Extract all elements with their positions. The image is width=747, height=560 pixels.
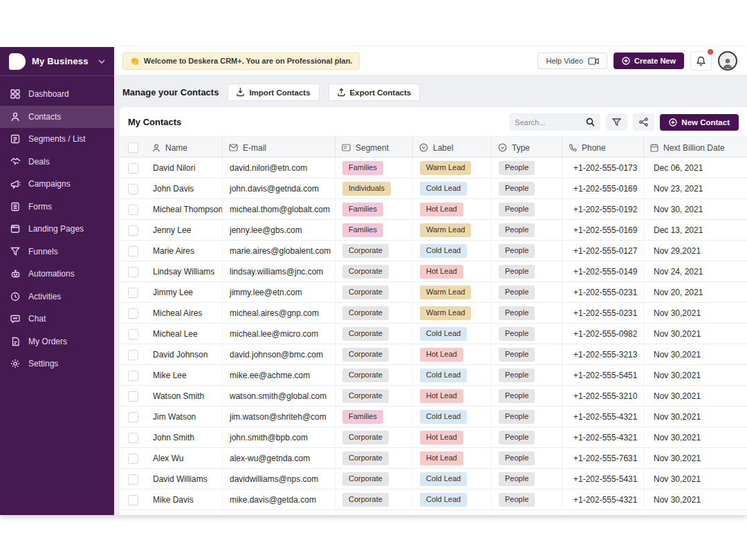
table-row[interactable]: John Davis john.davis@getnda.com Individ… <box>120 178 747 199</box>
label-badge: Hot Lead <box>420 348 463 361</box>
table-row[interactable]: John Smith john.smith@bpb.com Corporate … <box>120 427 747 448</box>
sidebar-item-contacts[interactable]: Contacts <box>0 106 114 129</box>
row-checkbox[interactable] <box>128 246 138 256</box>
contact-type-cell: People <box>491 220 562 241</box>
column-header-segment[interactable]: Segment <box>335 137 412 158</box>
contact-email: lindsay.williams@jnc.com <box>222 261 335 282</box>
contact-phone: +1-202-555-5431 <box>562 469 643 489</box>
table-row[interactable]: Marie Aires marie.aires@globalent.com Co… <box>120 241 747 261</box>
sidebar-item-funnels[interactable]: Funnels <box>0 241 114 263</box>
row-checkbox[interactable] <box>128 288 138 298</box>
row-checkbox[interactable] <box>128 308 138 319</box>
row-checkbox[interactable] <box>128 267 138 277</box>
search-input[interactable] <box>515 118 582 127</box>
row-checkbox[interactable] <box>128 495 138 505</box>
label-icon <box>419 143 428 152</box>
column-header-email[interactable]: E-mail <box>222 137 335 158</box>
sidebar-item-chat[interactable]: Chat <box>0 308 114 330</box>
contact-name: Alex Wu <box>146 448 222 469</box>
contact-email: david.nilori@etn.com <box>222 158 335 178</box>
phone-icon <box>569 144 577 152</box>
table-row[interactable]: David Nilori david.nilori@etn.com Famili… <box>120 158 747 178</box>
filter-button[interactable] <box>606 113 627 131</box>
sidebar-item-activities[interactable]: Activities <box>0 286 114 308</box>
row-checkbox[interactable] <box>128 433 138 443</box>
contact-segment-cell: Corporate <box>335 365 412 386</box>
table-row[interactable]: Alex Wu alex-wu@getnda.com Corporate Hot… <box>120 448 747 469</box>
row-checkbox[interactable] <box>128 329 138 339</box>
contact-label-cell: Cold Lead <box>412 489 491 510</box>
sidebar-item-automations[interactable]: Automations <box>0 263 114 286</box>
segment-badge: Corporate <box>342 472 389 485</box>
column-header-phone[interactable]: Phone <box>562 137 643 158</box>
column-header-name[interactable]: Name <box>146 137 222 158</box>
label-badge: Hot Lead <box>420 265 463 278</box>
select-all-checkbox[interactable] <box>128 142 138 153</box>
sidebar-item-dashboard[interactable]: Dashboard <box>0 83 114 106</box>
sidebar-item-landing-pages[interactable]: Landing Pages <box>0 218 114 241</box>
table-row[interactable]: Mike Davis mike.davis@getda.com Corporat… <box>120 489 747 510</box>
share-button[interactable] <box>633 113 654 131</box>
user-avatar[interactable] <box>718 51 737 71</box>
row-checkbox[interactable] <box>128 350 138 360</box>
row-checkbox[interactable] <box>128 412 138 422</box>
contact-segment-cell: Corporate <box>335 261 412 282</box>
row-checkbox-cell <box>120 469 146 489</box>
row-checkbox-cell <box>120 365 146 386</box>
contact-label-cell: Hot Lead <box>412 261 491 282</box>
table-row[interactable]: Mike Lee mike.ee@achme.com Corporate Col… <box>120 365 747 386</box>
row-checkbox[interactable] <box>128 225 138 236</box>
export-icon <box>338 88 345 97</box>
sidebar-item-label: Settings <box>28 359 58 368</box>
row-checkbox[interactable] <box>128 163 138 174</box>
table-row[interactable]: Micheal Lee micheal.lee@micro.com Corpor… <box>120 324 747 344</box>
row-checkbox[interactable] <box>128 474 138 485</box>
contact-segment-cell: Corporate <box>335 344 412 365</box>
table-row[interactable]: Lindsay Williams lindsay.williams@jnc.co… <box>120 261 747 282</box>
contact-email: micheal.lee@micro.com <box>222 324 335 344</box>
new-contact-button[interactable]: New Contact <box>660 114 739 131</box>
table-row[interactable]: Jimmy Lee jimmy.lee@etn.com Corporate Wa… <box>120 282 747 303</box>
table-row[interactable]: David Johnson david.johnson@bmc.com Corp… <box>120 344 747 365</box>
type-badge: People <box>499 265 535 278</box>
row-checkbox[interactable] <box>128 391 138 402</box>
table-header: Name E-mail Segment Label Type <box>120 136 747 158</box>
settings-icon <box>10 358 21 369</box>
contact-type-cell: People <box>491 344 562 365</box>
table-row[interactable]: Micheal Aires micheal.aires@gnp.com Corp… <box>120 303 747 324</box>
row-checkbox[interactable] <box>128 205 138 215</box>
help-video-button[interactable]: Help Video <box>537 53 607 69</box>
create-new-button[interactable]: Create New <box>614 53 684 69</box>
table-row[interactable]: Jim Watson jim.watson@shriteh@com Famili… <box>120 407 747 427</box>
notifications-button[interactable] <box>690 51 712 71</box>
sidebar-item-deals[interactable]: Deals <box>0 151 114 174</box>
export-contacts-button[interactable]: Export Contacts <box>329 84 421 101</box>
business-switcher[interactable]: My Business <box>0 47 114 76</box>
sidebar-item-my-orders[interactable]: My Orders <box>0 330 114 353</box>
sidebar-item-forms[interactable]: Forms <box>0 196 114 218</box>
search-icon[interactable] <box>586 118 595 127</box>
segment-badge: Families <box>342 410 383 423</box>
sidebar-item-settings[interactable]: Settings <box>0 353 114 375</box>
label-badge: Hot Lead <box>420 203 463 216</box>
column-header-next-billion-date[interactable]: Next Billion Date <box>643 137 747 158</box>
table-row[interactable]: David Williams davidwilliams@nps.com Cor… <box>120 469 747 489</box>
filter-funnel-icon <box>612 118 621 127</box>
table-row[interactable]: Micheal Thompson micheal.thom@globalt.co… <box>120 199 747 220</box>
type-badge: People <box>499 286 535 299</box>
row-checkbox[interactable] <box>128 371 138 381</box>
sidebar-item-campaigns[interactable]: Campaigns <box>0 173 114 196</box>
contact-name: Micheal Thompson <box>146 199 222 220</box>
column-header-label[interactable]: Label <box>412 137 491 158</box>
table-row[interactable]: Jenny Lee jenny.lee@gbs.com Families War… <box>120 220 747 241</box>
row-checkbox[interactable] <box>128 184 138 194</box>
welcome-text: Welcome to Deskera CRM+. You are on Prof… <box>144 57 353 65</box>
contact-segment-cell: Individuals <box>335 178 412 199</box>
row-checkbox[interactable] <box>128 454 138 464</box>
table-row[interactable]: Watson Smith watson.smith@global.com Cor… <box>120 386 747 407</box>
label-badge: Warm Lead <box>420 223 471 236</box>
import-contacts-label: Import Contacts <box>249 88 310 97</box>
import-contacts-button[interactable]: Import Contacts <box>228 84 319 101</box>
sidebar-item-segments[interactable]: Segments / List <box>0 128 114 151</box>
column-header-type[interactable]: Type <box>491 137 562 158</box>
